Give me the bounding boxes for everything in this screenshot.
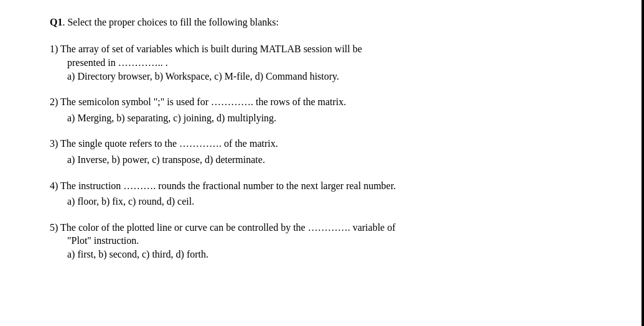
question-3-text1: The single quote refers to the …………. of …	[60, 138, 278, 149]
question-4-number: 4)	[50, 180, 58, 191]
question-1-text1: The array of set of variables which is b…	[60, 44, 362, 54]
question-1-line2: presented in ………….. .	[67, 57, 607, 68]
question-1-line1: 1) The array of set of variables which i…	[50, 41, 607, 57]
question-3-line1: 3) The single quote refers to the …………. …	[50, 136, 607, 152]
page-container: Q1. Select the proper choices to fill th…	[0, 0, 644, 326]
question-5: 5) The color of the plotted line or curv…	[50, 220, 607, 263]
right-border	[642, 0, 644, 326]
question-header: Q1. Select the proper choices to fill th…	[50, 15, 607, 30]
question-2-choices: a) Merging, b) separating, c) joining, d…	[67, 110, 607, 126]
question-4-choices: a) floor, b) fix, c) round, d) ceil.	[67, 193, 607, 210]
question-2-number: 2)	[50, 96, 58, 107]
question-5-number: 5)	[50, 222, 58, 233]
question-5-choices: a) first, b) second, c) third, d) forth.	[67, 246, 607, 263]
question-4-text1: The instruction ………. rounds the fraction…	[60, 180, 396, 191]
question-5-line1: 5) The color of the plotted line or curv…	[50, 220, 607, 236]
question-1-number: 1)	[50, 44, 58, 54]
question-1: 1) The array of set of variables which i…	[50, 41, 607, 84]
question-2: 2) The semicolon symbol ";" is used for …	[50, 94, 607, 126]
question-1-choices: a) Directory browser, b) Workspace, c) M…	[67, 68, 607, 85]
question-3-choices: a) Inverse, b) power, c) transpose, d) d…	[67, 152, 607, 168]
question-4-line1: 4) The instruction ………. rounds the fract…	[50, 178, 607, 194]
question-2-line1: 2) The semicolon symbol ";" is used for …	[50, 94, 607, 110]
question-5-line2: "Plot" instruction.	[67, 235, 607, 246]
question-2-text1: The semicolon symbol ";" is used for …………	[60, 96, 346, 107]
question-3: 3) The single quote refers to the …………. …	[50, 136, 607, 167]
question-3-number: 3)	[50, 138, 58, 149]
question-4: 4) The instruction ………. rounds the fract…	[50, 178, 607, 210]
question-5-text1: The color of the plotted line or curve c…	[60, 222, 395, 233]
question-header-text: . Select the proper choices to fill the …	[62, 17, 278, 27]
question-label: Q1	[50, 17, 62, 27]
